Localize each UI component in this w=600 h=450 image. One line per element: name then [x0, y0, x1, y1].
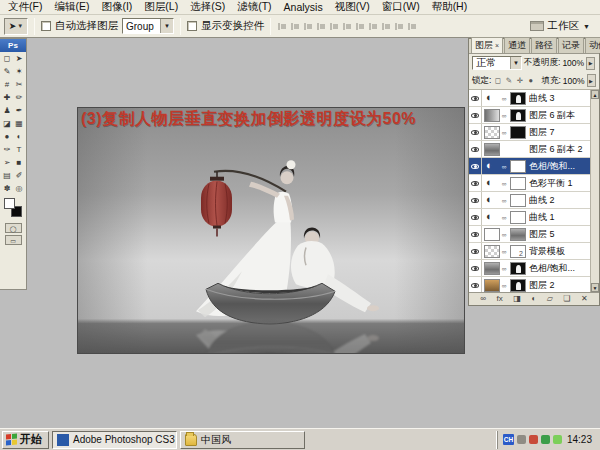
layer-row[interactable]: ∞ 图层 6 副本 2: [469, 141, 599, 158]
panel-tab[interactable]: 通道×: [504, 37, 530, 53]
pen-tool[interactable]: ✑: [1, 143, 13, 156]
distribute-left-edges-icon[interactable]: [394, 21, 404, 31]
menu-item[interactable]: 图像(I): [95, 0, 138, 15]
menu-item[interactable]: 滤镜(T): [231, 0, 277, 15]
document-canvas[interactable]: (3)复制人物层垂直变换加倒影透明度设为50%: [77, 107, 465, 354]
align-bottom-edges-icon[interactable]: [303, 21, 313, 31]
fill-value[interactable]: 100%: [563, 76, 585, 86]
printer-tray-icon[interactable]: [517, 435, 526, 444]
notes-tool[interactable]: ▤: [1, 169, 13, 182]
layer-row[interactable]: ∞ 图层 7: [469, 124, 599, 141]
menu-item[interactable]: Analysis: [278, 0, 329, 14]
auto-align-layers-icon[interactable]: [407, 21, 417, 31]
show-transform-controls-checkbox[interactable]: [187, 21, 197, 31]
move-tool[interactable]: ➤: [13, 52, 25, 65]
healing-brush-tool[interactable]: ✚: [1, 91, 13, 104]
delete-layer-icon[interactable]: ✕: [581, 295, 588, 303]
menu-item[interactable]: 编辑(E): [48, 0, 95, 15]
visibility-toggle[interactable]: [469, 175, 482, 191]
rectangular-marquee-tool[interactable]: ◻: [1, 52, 13, 65]
auto-select-mode-dropdown[interactable]: Group ▼: [122, 18, 174, 34]
visibility-toggle[interactable]: [469, 192, 482, 208]
visibility-toggle[interactable]: [469, 90, 482, 106]
move-tool-preset-button[interactable]: ➤▼: [4, 18, 28, 35]
close-icon[interactable]: ×: [495, 42, 499, 49]
blur-tool[interactable]: ●: [1, 130, 13, 143]
menu-item[interactable]: 帮助(H): [426, 0, 474, 15]
new-group-icon[interactable]: ▱: [547, 295, 553, 303]
screen-mode-button[interactable]: ▭: [5, 235, 22, 245]
visibility-toggle[interactable]: [469, 243, 482, 259]
app-tray-icon[interactable]: [529, 435, 538, 444]
blend-mode-dropdown[interactable]: 正常 ▼: [472, 56, 522, 70]
visibility-toggle[interactable]: [469, 260, 482, 276]
distribute-bottom-edges-icon[interactable]: [381, 21, 391, 31]
layer-row[interactable]: ∞ 曲线 1: [469, 209, 599, 226]
hand-tool[interactable]: ✽: [1, 182, 13, 195]
distribute-vertical-centers-icon[interactable]: [368, 21, 378, 31]
opacity-value[interactable]: 100%: [562, 58, 584, 68]
workspace-label[interactable]: 工作区: [548, 19, 580, 33]
align-left-edges-icon[interactable]: [316, 21, 326, 31]
menu-item[interactable]: 图层(L): [138, 0, 184, 15]
dodge-tool[interactable]: ◐: [13, 130, 25, 143]
visibility-toggle[interactable]: [469, 277, 482, 292]
layer-row[interactable]: ∞ 图层 5: [469, 226, 599, 243]
fill-slider-button[interactable]: ▶: [587, 74, 596, 87]
visibility-toggle[interactable]: [469, 158, 482, 174]
align-horizontal-centers-icon[interactable]: [329, 21, 339, 31]
language-indicator-icon[interactable]: CH: [503, 434, 514, 445]
menu-item[interactable]: 文件(F): [2, 0, 48, 15]
visibility-toggle[interactable]: [469, 209, 482, 225]
task-button[interactable]: Adobe Photoshop CS3 E...: [52, 431, 177, 449]
eyedropper-tool[interactable]: ✐: [13, 169, 25, 182]
distribute-top-edges-icon[interactable]: [355, 21, 365, 31]
visibility-toggle[interactable]: [469, 124, 482, 140]
layer-row[interactable]: ∞ 色相/饱和...: [469, 260, 599, 277]
auto-select-layer-checkbox[interactable]: [41, 21, 51, 31]
brush-tool[interactable]: ✏: [13, 91, 25, 104]
antivirus-tray-icon[interactable]: [541, 435, 550, 444]
zoom-tool[interactable]: ◎: [13, 182, 25, 195]
layer-row[interactable]: ∞ 图层 6 副本: [469, 107, 599, 124]
eraser-tool[interactable]: ◪: [1, 117, 13, 130]
panel-tab[interactable]: 路径×: [531, 37, 557, 53]
foreground-color-swatch[interactable]: [4, 198, 15, 209]
start-button[interactable]: 开始: [2, 431, 49, 449]
menu-item[interactable]: 视图(V): [329, 0, 376, 15]
panel-tab[interactable]: 记录×: [558, 37, 584, 53]
add-layer-mask-icon[interactable]: ◨: [513, 295, 521, 303]
menu-item[interactable]: 选择(S): [184, 0, 231, 15]
layer-row[interactable]: ∞ 色相/饱和...: [469, 158, 599, 175]
lock-position-icon[interactable]: ✛: [515, 76, 524, 85]
layers-scrollbar[interactable]: ▲ ▼: [590, 90, 599, 292]
lasso-tool[interactable]: ✎: [1, 65, 13, 78]
visibility-toggle[interactable]: [469, 226, 482, 242]
visibility-toggle[interactable]: [469, 141, 482, 157]
type-tool[interactable]: T: [13, 143, 25, 156]
crop-tool[interactable]: #: [1, 78, 13, 91]
layer-row[interactable]: ∞ 背景模板: [469, 243, 599, 260]
gradient-tool[interactable]: ▦: [13, 117, 25, 130]
scroll-down-icon[interactable]: ▼: [591, 283, 599, 292]
path-selection-tool[interactable]: ➢: [1, 156, 13, 169]
panel-tab[interactable]: 动作×: [585, 37, 600, 53]
scroll-up-icon[interactable]: ▲: [591, 90, 599, 99]
lock-transparent-pixels-icon[interactable]: ◻: [493, 76, 502, 85]
layer-row[interactable]: ∞ 曲线 2: [469, 192, 599, 209]
menu-item[interactable]: 窗口(W): [376, 0, 426, 15]
lock-image-pixels-icon[interactable]: ✎: [504, 76, 513, 85]
layer-row[interactable]: ∞ 色彩平衡 1: [469, 175, 599, 192]
new-layer-icon[interactable]: ❏: [563, 295, 570, 303]
layer-style-icon[interactable]: fx: [496, 295, 502, 303]
task-button[interactable]: 中国风: [180, 431, 305, 449]
messenger-tray-icon[interactable]: [553, 435, 562, 444]
new-adjustment-layer-icon[interactable]: ◐: [531, 295, 536, 303]
align-top-edges-icon[interactable]: [277, 21, 287, 31]
quick-selection-tool[interactable]: ✶: [13, 65, 25, 78]
clone-stamp-tool[interactable]: ♟: [1, 104, 13, 117]
align-vertical-centers-icon[interactable]: [290, 21, 300, 31]
quick-mask-button[interactable]: ◯: [5, 223, 22, 233]
history-brush-tool[interactable]: ✒: [13, 104, 25, 117]
slice-tool[interactable]: ✂: [13, 78, 25, 91]
